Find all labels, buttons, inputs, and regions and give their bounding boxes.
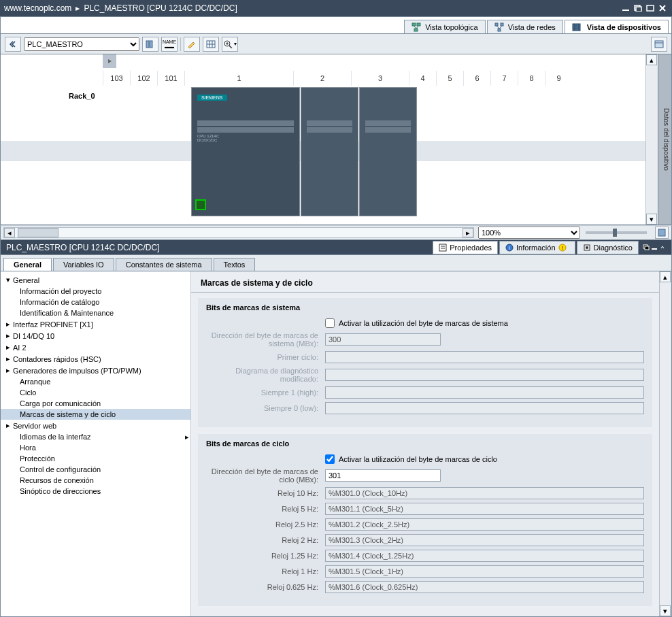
module-brand: SIEMENS xyxy=(197,95,227,101)
slot-label: 102 xyxy=(130,71,157,86)
tree-didq[interactable]: ▸DI 14/DQ 10 xyxy=(1,330,190,341)
info-icon: i xyxy=(505,244,514,252)
input-r10[interactable] xyxy=(325,487,644,499)
tab-system-constants[interactable]: Constantes de sistema xyxy=(116,258,212,271)
zoom-slider[interactable] xyxy=(586,231,647,234)
scroll-right-icon[interactable]: ▸ xyxy=(463,228,473,237)
input-r25[interactable] xyxy=(325,518,644,531)
side-panel-tab[interactable]: Datos del dispositivo xyxy=(658,54,671,224)
overview-button[interactable] xyxy=(655,227,669,239)
panel-restore-icon[interactable] xyxy=(643,243,650,252)
tab-properties[interactable]: Propiedades xyxy=(433,241,498,254)
panel-minimize-icon[interactable] xyxy=(651,243,658,252)
scroll-down-icon[interactable]: ▾ xyxy=(646,214,657,224)
tree-profinet[interactable]: ▸Interfaz PROFINET [X1] xyxy=(1,318,190,330)
scroll-up-icon[interactable]: ▴ xyxy=(660,271,671,282)
show-module-button[interactable] xyxy=(142,37,158,52)
input-r0625[interactable] xyxy=(325,581,644,593)
tree-hsc[interactable]: ▸Contadores rápidos (HSC) xyxy=(1,353,190,365)
tab-texts[interactable]: Textos xyxy=(214,258,256,271)
tree-web[interactable]: ▸Servidor web xyxy=(1,420,190,431)
module-cpu[interactable]: SIEMENS CPU 1214CDC/DC/DC xyxy=(191,87,300,216)
tab-diagnostics[interactable]: Diagnóstico xyxy=(577,241,639,254)
grid-button[interactable] xyxy=(203,37,219,52)
tab-topology-label: Vista topológica xyxy=(425,23,477,31)
input-diag-mod[interactable] xyxy=(325,369,644,381)
tab-topology[interactable]: Vista topológica xyxy=(404,20,485,33)
input-r5[interactable] xyxy=(325,503,644,515)
tree-hora[interactable]: Hora xyxy=(1,442,190,453)
tree-carga[interactable]: Carga por comunicación xyxy=(1,398,190,409)
slot-label: 103 xyxy=(103,71,130,86)
tree-info-proyecto[interactable]: Información del proyecto xyxy=(1,286,190,297)
breadcrumb-2: PLC_MAESTRO [CPU 1214C DC/DC/DC] xyxy=(84,3,237,13)
catalog-button[interactable] xyxy=(651,37,667,52)
tree-control[interactable]: Control de configuración xyxy=(1,464,190,475)
lbl-sys-addr: Dirección del byte de marcas de sistema … xyxy=(206,331,325,348)
input-siempre0[interactable] xyxy=(325,402,644,414)
module-sm1[interactable] xyxy=(301,87,358,216)
checkbox-system-markers[interactable] xyxy=(325,318,335,328)
tree-proteccion[interactable]: Protección xyxy=(1,453,190,464)
back-button[interactable] xyxy=(5,37,21,52)
scroll-up-icon[interactable]: ▴ xyxy=(646,54,657,65)
tree-ai2[interactable]: ▸AI 2 xyxy=(1,341,190,353)
input-r125[interactable] xyxy=(325,550,644,562)
network-icon xyxy=(494,22,504,32)
svg-rect-8 xyxy=(414,29,418,31)
input-r2[interactable] xyxy=(325,534,644,546)
content-vscroll[interactable]: ▴ ▾ xyxy=(659,271,671,616)
tree-pto[interactable]: ▸Generadores de impulsos (PTO/PWM) xyxy=(1,365,190,376)
tab-general[interactable]: General xyxy=(3,258,52,271)
tab-variables-io[interactable]: Variables IO xyxy=(53,258,114,271)
module-sm2[interactable] xyxy=(359,87,417,216)
rack-vscroll[interactable]: ▴ ▾ xyxy=(645,54,658,224)
svg-point-40 xyxy=(586,246,588,249)
input-siempre1[interactable] xyxy=(325,386,644,399)
tab-network[interactable]: Vista de redes xyxy=(487,20,563,33)
scroll-down-icon[interactable]: ▾ xyxy=(660,605,671,616)
group-cycle-title: Bits de marcas de ciclo xyxy=(206,439,644,448)
input-primer-ciclo[interactable] xyxy=(325,351,644,363)
panel-expand-icon[interactable] xyxy=(659,243,666,252)
tree-sinoptico[interactable]: Sinóptico de direcciones xyxy=(1,486,190,497)
lbl-siempre0: Siempre 0 (low): xyxy=(206,404,325,412)
edit-button[interactable] xyxy=(184,37,200,52)
tab-devices[interactable]: Vista de dispositivos xyxy=(565,20,669,33)
zoom-select[interactable]: 100% xyxy=(478,227,580,239)
tree-idiomas[interactable]: Idiomas de la interfaz▸ xyxy=(1,431,190,442)
property-tree[interactable]: ▾General Información del proyecto Inform… xyxy=(1,271,191,616)
tree-ciclo[interactable]: Ciclo xyxy=(1,387,190,398)
tree-general[interactable]: ▾General xyxy=(1,274,190,286)
hscrollbar[interactable]: ◂ ▸ xyxy=(3,227,474,238)
topology-icon xyxy=(411,22,421,32)
scroll-left-icon[interactable]: ◂ xyxy=(4,228,15,237)
lbl-r125: Reloj 1.25 Hz: xyxy=(206,552,325,560)
svg-rect-19 xyxy=(146,41,149,48)
slot-label: 7 xyxy=(490,71,518,86)
window-maximize-icon[interactable] xyxy=(645,3,656,13)
rack-view[interactable]: 103 102 101 1 2 3 4 5 6 7 8 9 Rack_0 SIE… xyxy=(1,54,645,224)
scroll-thumb[interactable] xyxy=(18,228,58,237)
tree-identification[interactable]: Identification & Maintenance xyxy=(1,307,190,318)
show-names-button[interactable]: NAME▬▬ xyxy=(161,37,178,52)
svg-rect-13 xyxy=(498,29,501,31)
device-select[interactable]: PLC_MAESTRO xyxy=(24,37,139,51)
zoom-button[interactable]: ▾ xyxy=(222,37,238,52)
tree-info-catalogo[interactable]: Información de catálogo xyxy=(1,297,190,307)
tree-arranque[interactable]: Arranque xyxy=(1,376,190,387)
window-restore-icon[interactable] xyxy=(633,3,643,13)
svg-rect-20 xyxy=(150,41,152,48)
checkbox-cycle-markers[interactable] xyxy=(325,454,335,464)
tree-recursos[interactable]: Recursos de conexión xyxy=(1,475,190,486)
window-minimize-icon[interactable] xyxy=(620,3,631,13)
window-close-icon[interactable] xyxy=(657,3,668,13)
input-cyc-addr[interactable] xyxy=(325,469,441,482)
tree-marcas[interactable]: Marcas de sistema y de ciclo xyxy=(1,409,190,420)
input-sys-addr[interactable] xyxy=(325,333,441,346)
svg-line-26 xyxy=(229,46,232,48)
rack-nav-button[interactable] xyxy=(103,54,116,68)
module-selected-icon xyxy=(195,199,206,210)
tab-info[interactable]: i Información ! xyxy=(499,241,575,254)
input-r1[interactable] xyxy=(325,565,644,578)
